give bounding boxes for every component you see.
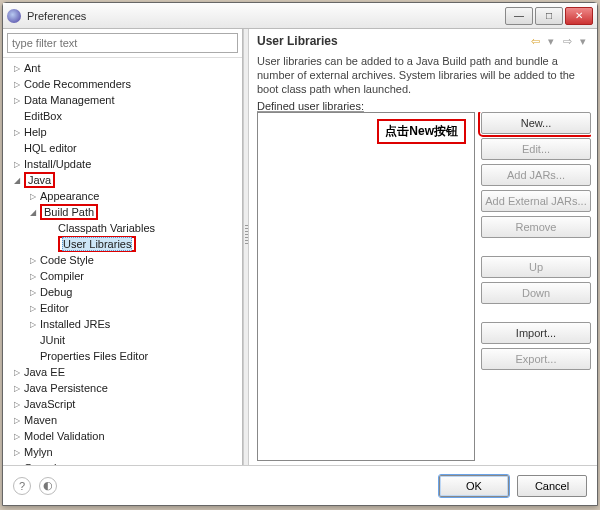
- new-button[interactable]: New...: [481, 112, 591, 134]
- collapse-icon: ◢: [27, 207, 38, 218]
- down-button: Down: [481, 282, 591, 304]
- tree-item-java-persistence[interactable]: ▷Java Persistence: [5, 380, 242, 396]
- highlight-java: Java: [24, 172, 55, 188]
- tree-item-user-libraries[interactable]: User Libraries: [5, 236, 242, 252]
- preferences-window: Preferences — □ ✕ ▷Ant ▷Code Recommender…: [2, 2, 598, 506]
- progress-icon[interactable]: ◐: [39, 477, 57, 495]
- tree-item-debug[interactable]: ▷Debug: [5, 284, 242, 300]
- expand-icon: ▷: [11, 159, 22, 170]
- edit-button: Edit...: [481, 138, 591, 160]
- expand-icon: ▷: [27, 287, 38, 298]
- tree-item-code-style[interactable]: ▷Code Style: [5, 252, 242, 268]
- back-icon[interactable]: ⇦: [527, 33, 543, 49]
- button-column: New... Edit... Add JARs... Add External …: [481, 112, 591, 461]
- tree-item-code-recommenders[interactable]: ▷Code Recommenders: [5, 76, 242, 92]
- expand-icon: ▷: [11, 399, 22, 410]
- expand-icon: ▷: [11, 383, 22, 394]
- tree-item-javascript[interactable]: ▷JavaScript: [5, 396, 242, 412]
- expand-icon: ▷: [11, 447, 22, 458]
- expand-icon: ▷: [27, 271, 38, 282]
- expand-icon: ▷: [11, 79, 22, 90]
- window-title: Preferences: [27, 10, 505, 22]
- add-jars-button: Add JARs...: [481, 164, 591, 186]
- expand-icon: ▷: [11, 431, 22, 442]
- tree-item-java-ee[interactable]: ▷Java EE: [5, 364, 242, 380]
- libraries-listbox[interactable]: 点击New按钮: [257, 112, 475, 461]
- titlebar[interactable]: Preferences — □ ✕: [3, 3, 597, 29]
- remove-button: Remove: [481, 216, 591, 238]
- blank-icon: [45, 223, 56, 234]
- forward-icon[interactable]: ⇨: [559, 33, 575, 49]
- footer-bar: ? ◐ OK Cancel: [3, 465, 597, 505]
- tree-item-junit[interactable]: JUnit: [5, 332, 242, 348]
- expand-icon: ▷: [11, 63, 22, 74]
- highlight-build-path: Build Path: [40, 204, 98, 220]
- tree-item-ant[interactable]: ▷Ant: [5, 60, 242, 76]
- close-button[interactable]: ✕: [565, 7, 593, 25]
- blank-icon: [27, 335, 38, 346]
- blank-icon: [45, 239, 56, 250]
- ok-button[interactable]: OK: [439, 475, 509, 497]
- defined-libraries-label: Defined user libraries:: [257, 100, 591, 112]
- tree-item-appearance[interactable]: ▷Appearance: [5, 188, 242, 204]
- selected-item: User Libraries: [62, 237, 132, 251]
- chevron-down-icon[interactable]: ▾: [575, 33, 591, 49]
- expand-icon: ▷: [11, 127, 22, 138]
- collapse-icon: ◢: [11, 175, 22, 186]
- minimize-button[interactable]: —: [505, 7, 533, 25]
- tree-item-editbox[interactable]: EditBox: [5, 108, 242, 124]
- tree-item-installed-jres[interactable]: ▷Installed JREs: [5, 316, 242, 332]
- tree-item-model-validation[interactable]: ▷Model Validation: [5, 428, 242, 444]
- tree-item-data-management[interactable]: ▷Data Management: [5, 92, 242, 108]
- tree-item-maven[interactable]: ▷Maven: [5, 412, 242, 428]
- tree-item-hql-editor[interactable]: HQL editor: [5, 140, 242, 156]
- annotation-callout: 点击New按钮: [377, 119, 466, 144]
- tree-item-editor[interactable]: ▷Editor: [5, 300, 242, 316]
- tree-item-install-update[interactable]: ▷Install/Update: [5, 156, 242, 172]
- tree-item-java[interactable]: ◢Java: [5, 172, 242, 188]
- expand-icon: ▷: [27, 303, 38, 314]
- cancel-button[interactable]: Cancel: [517, 475, 587, 497]
- preferences-tree[interactable]: ▷Ant ▷Code Recommenders ▷Data Management…: [3, 57, 242, 465]
- expand-icon: ▷: [11, 95, 22, 106]
- sash-divider[interactable]: [243, 29, 249, 465]
- tree-item-properties-files-editor[interactable]: Properties Files Editor: [5, 348, 242, 364]
- tree-item-build-path[interactable]: ◢Build Path: [5, 204, 242, 220]
- tree-item-help[interactable]: ▷Help: [5, 124, 242, 140]
- left-panel: ▷Ant ▷Code Recommenders ▷Data Management…: [3, 29, 243, 465]
- import-button[interactable]: Import...: [481, 322, 591, 344]
- expand-icon: ▷: [27, 191, 38, 202]
- blank-icon: [27, 351, 38, 362]
- expand-icon: ▷: [11, 415, 22, 426]
- expand-icon: ▷: [27, 255, 38, 266]
- expand-icon: ▷: [27, 319, 38, 330]
- tree-item-mylyn[interactable]: ▷Mylyn: [5, 444, 242, 460]
- help-icon[interactable]: ?: [13, 477, 31, 495]
- export-button: Export...: [481, 348, 591, 370]
- chevron-down-icon[interactable]: ▾: [543, 33, 559, 49]
- expand-icon: ▷: [11, 367, 22, 378]
- up-button: Up: [481, 256, 591, 278]
- tree-item-classpath-variables[interactable]: Classpath Variables: [5, 220, 242, 236]
- description-text: User libraries can be added to a Java Bu…: [257, 55, 591, 96]
- right-panel: User Libraries ⇦ ▾ ⇨ ▾ User libraries ca…: [249, 29, 597, 465]
- highlight-user-libraries: User Libraries: [58, 236, 136, 252]
- blank-icon: [11, 143, 22, 154]
- maximize-button[interactable]: □: [535, 7, 563, 25]
- filter-input[interactable]: [7, 33, 238, 53]
- tree-item-compiler[interactable]: ▷Compiler: [5, 268, 242, 284]
- blank-icon: [11, 111, 22, 122]
- add-external-jars-button: Add External JARs...: [481, 190, 591, 212]
- eclipse-icon: [7, 9, 21, 23]
- page-title: User Libraries: [257, 34, 527, 48]
